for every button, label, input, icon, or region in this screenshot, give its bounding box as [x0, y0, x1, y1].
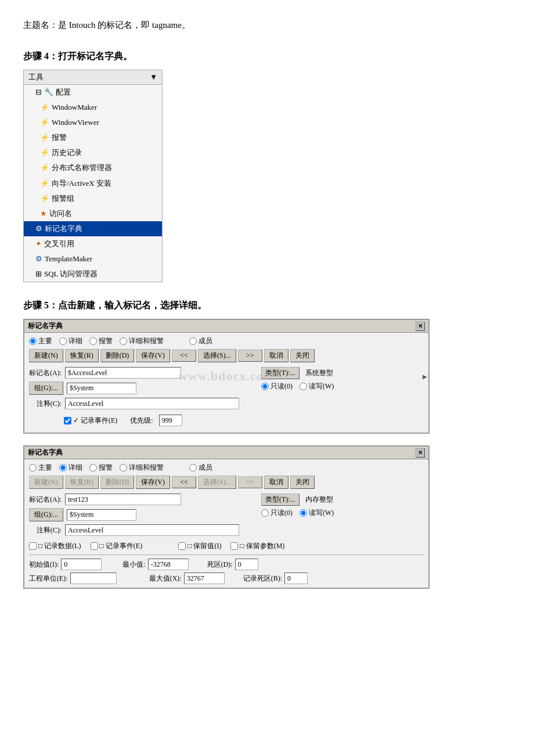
type-button-2[interactable]: 类型(T):... [261, 494, 300, 506]
log-deadband-input[interactable] [284, 573, 308, 584]
dialog2-body: 主要 详细 报警 详细和报警 成员 新建(N) 恢复(R) 删除(D) 保存(V… [24, 459, 428, 588]
tab-main[interactable]: 主要 [29, 336, 52, 346]
max-input[interactable] [184, 573, 225, 584]
windowmaker-icon: ⚡ [40, 101, 49, 114]
radio2-readonly[interactable]: 只读(0) [261, 508, 293, 518]
dist-icon: ⚡ [40, 161, 49, 174]
tab-alarm[interactable]: 报警 [89, 336, 113, 346]
dialog2-close-button[interactable]: ✕ [416, 448, 425, 458]
max-label: 最大值(X): [149, 574, 182, 584]
log-data-checkbox[interactable]: □ 记录数据(L) [29, 541, 81, 551]
activex-icon: ⚡ [40, 177, 49, 190]
tag-name-label: 标记名(A): [29, 368, 62, 378]
comment-input[interactable] [65, 398, 239, 409]
comment-label-2: 注释(C): [29, 525, 62, 535]
dialog2-checkbox-row: □ 记录数据(L) □ 记录事件(E) □ 保留值(I) □ 保留参数(M) [29, 541, 424, 551]
prev-button-2[interactable]: << [172, 476, 196, 488]
group-button-2[interactable]: 组(G):... [29, 508, 63, 521]
tool-menu-header: 工具 ▼ [24, 70, 162, 85]
prev-button[interactable]: << [172, 350, 196, 362]
tab2-member[interactable]: 成员 [189, 463, 212, 473]
radio2-readwrite[interactable]: 读写(W) [300, 508, 334, 518]
tab2-alarm[interactable]: 报警 [89, 463, 113, 473]
min-input[interactable] [148, 559, 189, 570]
delete-button[interactable]: 删除(D) [100, 349, 135, 362]
save-value-checkbox[interactable]: □ 保留值(I) [178, 541, 221, 551]
log-priority-row: ✓ 记录事件(E) 优先级: [29, 415, 424, 426]
group-row: 组(G):... [29, 381, 261, 395]
next-button[interactable]: >> [238, 350, 262, 362]
tag-name-input[interactable] [65, 367, 181, 379]
menu-item-config[interactable]: ⊟ 🔧 配置 [24, 85, 162, 100]
alarm-group-icon: ⚡ [40, 192, 49, 205]
new-button-2[interactable]: 新建(N) [29, 476, 63, 489]
tab2-detail[interactable]: 详细 [59, 463, 82, 473]
group-input-2[interactable] [67, 509, 136, 521]
save-param-checkbox[interactable]: □ 保留参数(M) [230, 541, 284, 551]
menu-item-windowviewer[interactable]: ⚡ WindowViewer [24, 115, 162, 130]
dialog1-fields: 标记名(A): 组(G):... 注释(C): 类型(T):... 系统整型 [29, 367, 424, 412]
comment-label: 注释(C): [29, 399, 62, 409]
tab-detail[interactable]: 详细 [59, 336, 82, 346]
min-label: 最小值: [122, 560, 145, 570]
tool-menu: 工具 ▼ ⊟ 🔧 配置 ⚡ WindowMaker ⚡ WindowViewer… [23, 70, 163, 282]
tag-name-input-2[interactable] [65, 494, 181, 505]
menu-item-alarm-group[interactable]: ⚡ 报警组 [24, 191, 162, 206]
tab-detail-alarm[interactable]: 详细和报警 [120, 336, 164, 346]
menu-item-crossref[interactable]: ✦ 交叉引用 [24, 236, 162, 251]
priority-input[interactable] [159, 415, 182, 426]
log-event-checkbox-2[interactable]: □ 记录事件(E) [91, 541, 143, 551]
select-button-2[interactable]: 选择(S)... [198, 476, 236, 489]
init-field: 初始值(I): [29, 559, 102, 570]
tagdict-icon: ⚙ [35, 222, 42, 235]
radio-readonly[interactable]: 只读(0) [261, 381, 293, 391]
dialog2-num-row-1: 初始值(I): 最小值: 死区(D): [29, 559, 424, 570]
restore-button[interactable]: 恢复(R) [65, 349, 99, 362]
radio-readwrite[interactable]: 读写(W) [300, 381, 334, 391]
comment-input-2[interactable] [65, 524, 239, 536]
menu-item-dist-mgr[interactable]: ⚡ 分布式名称管理器 [24, 160, 162, 175]
group-button[interactable]: 组(G):... [29, 381, 63, 395]
type-row: 类型(T):... 系统整型 [261, 367, 424, 379]
dialog1-title: 标记名字典 ✕ [24, 320, 428, 333]
scroll-arrow: ▶ [423, 373, 427, 380]
restore-button-2[interactable]: 恢复(R) [65, 476, 99, 489]
type-button[interactable]: 类型(T):... [261, 367, 300, 379]
dialog2-right: 类型(T):... 内存整型 只读(0) 读写(W) [261, 494, 424, 521]
close-button[interactable]: 关闭 [290, 349, 315, 362]
menu-item-templatemaker[interactable]: ⚙ TemplateMaker [24, 251, 162, 267]
delete-button-2[interactable]: 删除(D) [100, 476, 135, 489]
save-button-2[interactable]: 保存(V) [136, 476, 170, 489]
deadband-label: 死区(D): [207, 560, 233, 570]
dialog1-close-button[interactable]: ✕ [416, 322, 425, 331]
next-button-2[interactable]: >> [238, 476, 262, 488]
group-input[interactable] [67, 383, 136, 394]
cancel-button-2[interactable]: 取消 [264, 476, 288, 489]
menu-item-sql[interactable]: ⊞ SQL 访问管理器 [24, 267, 162, 282]
menu-item-label: WindowMaker [52, 101, 97, 114]
type-value-2: 内存整型 [305, 495, 333, 505]
select-button[interactable]: 选择(S)... [198, 349, 236, 362]
menu-item-tagdict[interactable]: ⚙ 标记名字典 [24, 221, 162, 236]
step5-title: 步骤 5：点击新建，输入标记名，选择详细。 [23, 300, 511, 312]
menu-item-label: 分布式名称管理器 [52, 161, 112, 174]
log-event-checkbox[interactable]: ✓ 记录事件(E) [64, 416, 117, 426]
init-input[interactable] [61, 559, 102, 570]
tab2-main[interactable]: 主要 [29, 463, 52, 473]
menu-item-history[interactable]: ⚡ 历史记录 [24, 145, 162, 160]
menu-item-alarm[interactable]: ⚡ 报警 [24, 130, 162, 145]
log-deadband-label: 记录死区(B): [243, 574, 282, 584]
new-button[interactable]: 新建(N) [29, 349, 63, 362]
close-button-2[interactable]: 关闭 [290, 476, 315, 489]
menu-item-windowmaker[interactable]: ⚡ WindowMaker [24, 100, 162, 115]
menu-item-activex[interactable]: ⚡ 向导/ActiveX 安装 [24, 176, 162, 191]
save-button[interactable]: 保存(V) [136, 349, 170, 362]
tab2-detail-alarm[interactable]: 详细和报警 [120, 463, 164, 473]
menu-item-label: 配置 [56, 86, 71, 99]
cancel-button[interactable]: 取消 [264, 349, 288, 362]
tab-member[interactable]: 成员 [189, 336, 212, 346]
deadband-input[interactable] [235, 559, 258, 570]
menu-item-access-name[interactable]: ★ 访问名 [24, 206, 162, 221]
max-field: 最大值(X): [149, 573, 225, 584]
eng-unit-input[interactable] [70, 573, 117, 584]
